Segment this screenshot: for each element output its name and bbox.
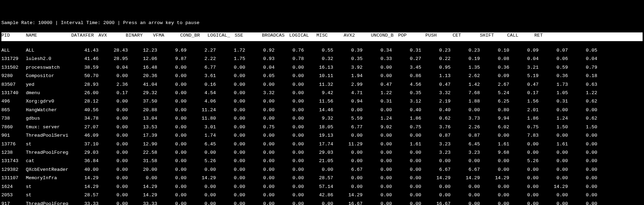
- cell-value: 37.50: [130, 98, 159, 105]
- cell-value: 26.00: [71, 90, 101, 96]
- cell-value: 9.68: [482, 150, 511, 156]
- cell-value: 0.00: [541, 132, 570, 139]
- cell-value: 4.71: [335, 90, 365, 96]
- cell-value: 0.00: [365, 141, 394, 147]
- cell-value: 2.26: [453, 124, 482, 130]
- cell-value: 0.00: [159, 82, 189, 88]
- cell-name: st: [26, 141, 71, 147]
- cell-name: gdbus: [26, 115, 71, 122]
- cell-value: 16.13: [306, 64, 335, 71]
- cell-value: 0.27: [394, 56, 423, 62]
- column-header-shift: SHIFT: [480, 32, 507, 39]
- status-sample-value: 10000: [38, 20, 52, 25]
- cell-value: 1.13: [423, 73, 453, 79]
- cell-value: 0.00: [277, 158, 306, 164]
- cell-value: 0.00: [570, 184, 599, 190]
- cell-value: 34.78: [71, 115, 101, 122]
- column-header-binary: BINARY: [126, 32, 153, 39]
- cell-value: 6.45: [453, 141, 482, 147]
- status-interval-value: 2000: [103, 20, 115, 25]
- cell-value: 0.05: [570, 47, 599, 54]
- cell-value: 0.04: [247, 64, 277, 71]
- cell-pid: 131743: [1, 158, 26, 164]
- cell-value: 21.05: [306, 158, 335, 164]
- cell-value: 7.83: [511, 132, 541, 139]
- cell-value: 22.58: [130, 150, 159, 156]
- column-header-vfma: VFMA: [153, 32, 180, 39]
- cell-value: 0.00: [247, 132, 277, 139]
- cell-value: 41.46: [71, 56, 101, 62]
- table-row: 865HangWatcher40.560.0020.880.0011.240.0…: [1, 107, 643, 115]
- cell-value: 0.23: [423, 47, 453, 54]
- cell-value: 11.80: [189, 115, 218, 122]
- cell-value: 41.04: [130, 82, 159, 88]
- cell-value: 14.46: [306, 107, 335, 113]
- cell-value: 5.26: [189, 158, 218, 164]
- cell-value: 0.00: [570, 150, 599, 156]
- table-row: 901ThreadPoolServi46.090.0017.390.001.74…: [1, 132, 643, 141]
- cell-pid: 83507: [1, 82, 26, 88]
- cell-value: 0.00: [511, 150, 541, 156]
- cell-pid: 1624: [1, 184, 26, 190]
- cell-value: 28.57: [306, 175, 335, 181]
- cell-value: 0.00: [394, 150, 423, 156]
- cell-pid: 131502: [1, 64, 26, 71]
- cell-value: 0.31: [365, 98, 394, 105]
- cell-value: 0.00: [570, 201, 599, 205]
- cell-value: 18.05: [306, 124, 335, 130]
- cell-value: 38.59: [71, 64, 101, 71]
- cell-value: 0.10: [482, 47, 511, 54]
- cell-value: 0.00: [159, 98, 189, 105]
- cell-value: 0.00: [335, 184, 365, 190]
- cell-value: 0.00: [101, 73, 130, 79]
- cell-value: 3.73: [453, 115, 482, 122]
- cell-value: 17.39: [130, 132, 159, 139]
- cell-value: 0.08: [482, 56, 511, 62]
- cell-value: 1.74: [189, 132, 218, 139]
- cell-value: 0.00: [570, 167, 599, 173]
- cell-value: 0.63: [570, 82, 599, 88]
- cell-value: 0.00: [453, 192, 482, 198]
- cell-value: 0.00: [218, 167, 247, 173]
- cell-value: 0.62: [570, 98, 599, 105]
- cell-value: 0.75: [511, 124, 541, 130]
- cell-value: 0.00: [218, 90, 247, 96]
- cell-value: 28.95: [101, 56, 130, 62]
- status-interval-label: Interval Time:: [61, 20, 100, 25]
- cell-value: 9.87: [159, 56, 189, 62]
- cell-value: 0.62: [570, 115, 599, 122]
- cell-value: 0.35: [335, 56, 365, 62]
- cell-value: 0.00: [365, 150, 394, 156]
- cell-value: 0.05: [247, 73, 277, 79]
- cell-value: 1.94: [335, 73, 365, 79]
- cell-value: 0.17: [511, 90, 541, 96]
- cell-value: 0.00: [394, 175, 423, 181]
- column-header-misc: MISC: [316, 32, 344, 39]
- cell-value: 0.00: [218, 98, 247, 105]
- cell-value: 28.57: [71, 192, 101, 198]
- cell-name: st: [26, 184, 71, 190]
- cell-value: 0.04: [101, 64, 130, 71]
- cell-value: 0.00: [247, 192, 277, 198]
- cell-value: 0.55: [306, 47, 335, 54]
- cell-value: 0.00: [277, 73, 306, 79]
- cell-value: 0.00: [218, 184, 247, 190]
- cell-value: 0.00: [511, 175, 541, 181]
- cell-value: 0.00: [101, 167, 130, 173]
- cell-value: 0.00: [570, 192, 599, 198]
- cell-value: 14.29: [482, 175, 511, 181]
- cell-value: 0.00: [101, 175, 130, 181]
- cell-value: 0.00: [541, 150, 570, 156]
- cell-value: 3.45: [394, 64, 423, 71]
- cell-value: 0.00: [218, 201, 247, 205]
- table-row: 131729lulesh2.041.4628.9512.069.872.221.…: [1, 56, 643, 64]
- cell-value: 0.00: [277, 132, 306, 139]
- table-row: 738gdbus34.780.0013.040.0011.800.000.000…: [1, 115, 643, 124]
- cell-value: 0.00: [570, 107, 599, 113]
- cell-value: 0.00: [277, 90, 306, 96]
- cell-pid: 917: [1, 201, 26, 205]
- cell-value: 1.05: [541, 90, 570, 96]
- column-header-avx2: AVX2: [344, 32, 371, 39]
- cell-pid: 131740: [1, 90, 26, 96]
- cell-value: 13.04: [130, 115, 159, 122]
